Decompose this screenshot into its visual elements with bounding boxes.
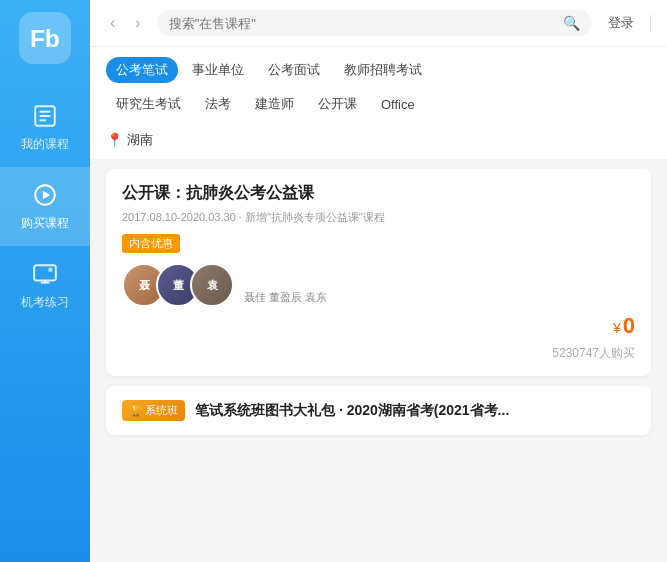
- sidebar: Fb 我的课程 购买课程: [0, 0, 90, 562]
- price-row: ¥0: [122, 313, 635, 339]
- location-name: 湖南: [127, 131, 153, 149]
- forward-button[interactable]: ›: [131, 12, 144, 34]
- course-list: 公开课：抗肺炎公考公益课 2017.08.10-2020.03.30 · 新增"…: [90, 159, 667, 562]
- teachers-row: 聂 董 袁 聂佳 董盈辰 袁东: [122, 263, 635, 307]
- divider: [650, 15, 651, 31]
- teacher-names: 聂佳 董盈辰 袁东: [244, 290, 327, 307]
- category-area: 公考笔试 事业单位 公考面试 教师招聘考试 研究生考试 法考 建造师 公开课 O…: [90, 47, 667, 159]
- category-row-2: 研究生考试 法考 建造师 公开课 Office: [106, 91, 651, 117]
- sidebar-item-buy-courses-label: 购买课程: [21, 215, 69, 232]
- search-box[interactable]: 🔍: [157, 10, 592, 36]
- cat-shiye[interactable]: 事业单位: [182, 57, 254, 83]
- svg-point-10: [48, 268, 52, 272]
- svg-text:Fb: Fb: [30, 25, 60, 52]
- course-card2-title: 笔试系统班图书大礼包 · 2020湖南省考(2021省考...: [195, 402, 509, 420]
- course-card-2[interactable]: 🏆系统班 笔试系统班图书大礼包 · 2020湖南省考(2021省考...: [106, 386, 651, 435]
- course-price-1: ¥0: [613, 313, 635, 339]
- monitor-icon: [31, 260, 59, 288]
- sidebar-item-practice-label: 机考练习: [21, 294, 69, 311]
- sidebar-nav: 我的课程 购买课程 机考练习: [0, 88, 90, 325]
- app-logo: Fb: [19, 12, 71, 64]
- sidebar-item-buy-courses[interactable]: 购买课程: [0, 167, 90, 246]
- sidebar-item-practice[interactable]: 机考练习: [0, 246, 90, 325]
- search-icon: 🔍: [563, 15, 580, 31]
- cat-public-course[interactable]: 公开课: [308, 91, 367, 117]
- teacher-avatar-3: 袁: [190, 263, 234, 307]
- cat-office[interactable]: Office: [371, 93, 425, 116]
- cat-teacher-recruit[interactable]: 教师招聘考试: [334, 57, 432, 83]
- svg-rect-7: [34, 265, 56, 280]
- book-icon: [31, 102, 59, 130]
- sidebar-item-my-courses[interactable]: 我的课程: [0, 88, 90, 167]
- sidebar-item-my-courses-label: 我的课程: [21, 136, 69, 153]
- cat-postgrad[interactable]: 研究生考试: [106, 91, 191, 117]
- course-card2-badge: 🏆系统班: [122, 400, 185, 421]
- back-button[interactable]: ‹: [106, 12, 119, 34]
- course-meta-1: 2017.08.10-2020.03.30 · 新增"抗肺炎专项公益课"课程: [122, 210, 635, 225]
- buyers-count: 5230747人购买: [552, 346, 635, 360]
- play-icon: [31, 181, 59, 209]
- cat-gk-written[interactable]: 公考笔试: [106, 57, 178, 83]
- cat-construction[interactable]: 建造师: [245, 91, 304, 117]
- category-row-1: 公考笔试 事业单位 公考面试 教师招聘考试: [106, 57, 651, 83]
- login-button[interactable]: 登录: [604, 14, 638, 32]
- course-title-1: 公开课：抗肺炎公考公益课: [122, 183, 635, 204]
- course-card-1[interactable]: 公开课：抗肺炎公考公益课 2017.08.10-2020.03.30 · 新增"…: [106, 169, 651, 376]
- course-badge-1: 内含优惠: [122, 234, 180, 253]
- main-content: ‹ › 🔍 登录 公考笔试 事业单位 公考面试 教师招聘考试 研究生考试 法考 …: [90, 0, 667, 562]
- topbar: ‹ › 🔍 登录: [90, 0, 667, 47]
- cat-law[interactable]: 法考: [195, 91, 241, 117]
- price-symbol: ¥: [613, 320, 621, 336]
- search-input[interactable]: [169, 16, 557, 31]
- cat-gk-interview[interactable]: 公考面试: [258, 57, 330, 83]
- location-row: 📍 湖南: [106, 125, 651, 159]
- location-icon: 📍: [106, 132, 123, 148]
- svg-marker-6: [43, 191, 51, 200]
